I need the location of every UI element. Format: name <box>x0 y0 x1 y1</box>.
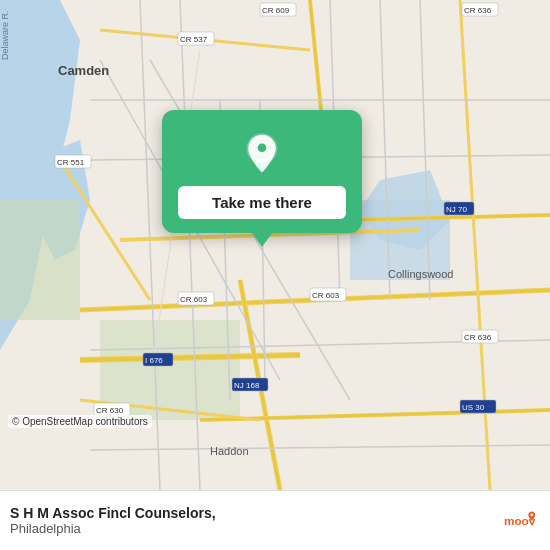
location-pin-icon <box>238 128 286 176</box>
svg-text:Camden: Camden <box>58 63 109 78</box>
moovit-logo: moovit <box>504 505 536 537</box>
svg-text:NJ 168: NJ 168 <box>234 381 260 390</box>
svg-text:CR 609: CR 609 <box>262 6 290 15</box>
svg-text:CR 630: CR 630 <box>96 406 124 415</box>
svg-text:CR 636: CR 636 <box>464 333 492 342</box>
svg-text:US 30: US 30 <box>462 403 485 412</box>
map-container: CR 609 CR 537 US 130 CR 636 CR 551 NJ 70… <box>0 0 550 490</box>
svg-text:CR 603: CR 603 <box>180 295 208 304</box>
take-me-there-button[interactable]: Take me there <box>178 186 346 219</box>
business-name: S H M Assoc Fincl Counselors, <box>10 505 216 521</box>
svg-text:Delaware R.: Delaware R. <box>0 10 10 60</box>
svg-text:CR 636: CR 636 <box>464 6 492 15</box>
svg-point-72 <box>530 513 533 516</box>
svg-text:Haddon: Haddon <box>210 445 249 457</box>
svg-text:Collingswood: Collingswood <box>388 268 453 280</box>
bottom-bar: S H M Assoc Fincl Counselors, Philadelph… <box>0 490 550 550</box>
svg-text:CR 537: CR 537 <box>180 35 208 44</box>
svg-text:NJ 70: NJ 70 <box>446 205 467 214</box>
osm-attribution: © OpenStreetMap contributors <box>8 415 152 428</box>
popup-card: Take me there <box>162 110 362 233</box>
svg-point-70 <box>258 143 267 152</box>
business-info: S H M Assoc Fincl Counselors, Philadelph… <box>10 505 216 536</box>
svg-text:I 676: I 676 <box>145 356 163 365</box>
moovit-icon: moovit <box>504 505 536 537</box>
svg-text:CR 551: CR 551 <box>57 158 85 167</box>
svg-rect-3 <box>0 200 80 320</box>
city-name: Philadelphia <box>10 521 216 536</box>
svg-text:CR 603: CR 603 <box>312 291 340 300</box>
